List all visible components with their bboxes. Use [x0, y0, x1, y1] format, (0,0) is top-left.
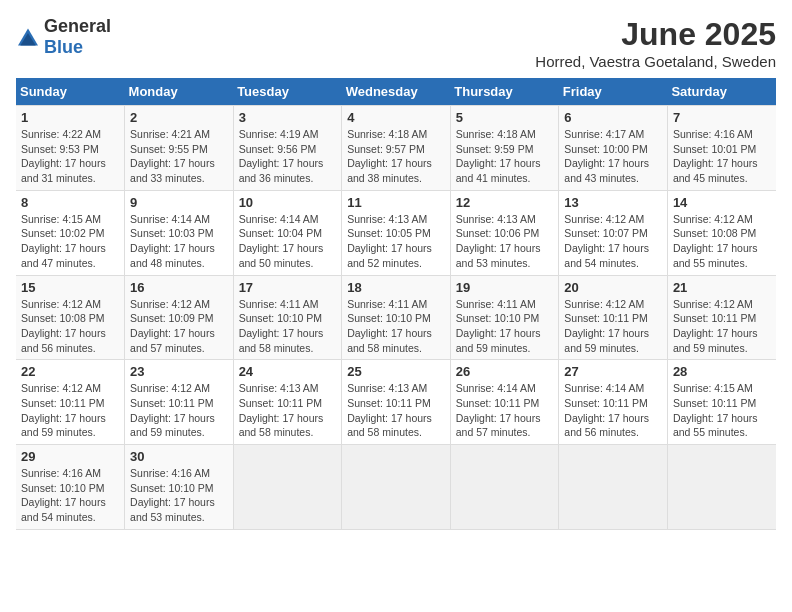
calendar-cell: 8Sunrise: 4:15 AM Sunset: 10:02 PM Dayli…	[16, 190, 125, 275]
day-detail: Sunrise: 4:15 AM Sunset: 10:02 PM Daylig…	[21, 213, 106, 269]
calendar-cell: 1Sunrise: 4:22 AM Sunset: 9:53 PM Daylig…	[16, 106, 125, 191]
weekday-header-row: SundayMondayTuesdayWednesdayThursdayFrid…	[16, 78, 776, 106]
day-detail: Sunrise: 4:11 AM Sunset: 10:10 PM Daylig…	[456, 298, 541, 354]
day-number: 11	[347, 195, 445, 210]
day-detail: Sunrise: 4:14 AM Sunset: 10:04 PM Daylig…	[239, 213, 324, 269]
weekday-header-cell: Friday	[559, 78, 668, 106]
day-detail: Sunrise: 4:16 AM Sunset: 10:01 PM Daylig…	[673, 128, 758, 184]
day-number: 9	[130, 195, 228, 210]
day-number: 2	[130, 110, 228, 125]
day-number: 16	[130, 280, 228, 295]
weekday-header-cell: Monday	[125, 78, 234, 106]
day-number: 28	[673, 364, 771, 379]
day-detail: Sunrise: 4:12 AM Sunset: 10:08 PM Daylig…	[21, 298, 106, 354]
title-area: June 2025 Horred, Vaestra Goetaland, Swe…	[535, 16, 776, 70]
calendar-cell: 19Sunrise: 4:11 AM Sunset: 10:10 PM Dayl…	[450, 275, 559, 360]
calendar-cell: 9Sunrise: 4:14 AM Sunset: 10:03 PM Dayli…	[125, 190, 234, 275]
subtitle: Horred, Vaestra Goetaland, Sweden	[535, 53, 776, 70]
calendar-week-row: 22Sunrise: 4:12 AM Sunset: 10:11 PM Dayl…	[16, 360, 776, 445]
day-detail: Sunrise: 4:15 AM Sunset: 10:11 PM Daylig…	[673, 382, 758, 438]
calendar-cell: 15Sunrise: 4:12 AM Sunset: 10:08 PM Dayl…	[16, 275, 125, 360]
day-number: 21	[673, 280, 771, 295]
calendar-cell	[667, 445, 776, 530]
calendar-cell: 30Sunrise: 4:16 AM Sunset: 10:10 PM Dayl…	[125, 445, 234, 530]
calendar-cell: 24Sunrise: 4:13 AM Sunset: 10:11 PM Dayl…	[233, 360, 342, 445]
day-number: 12	[456, 195, 554, 210]
day-detail: Sunrise: 4:18 AM Sunset: 9:59 PM Dayligh…	[456, 128, 541, 184]
calendar-cell: 4Sunrise: 4:18 AM Sunset: 9:57 PM Daylig…	[342, 106, 451, 191]
weekday-header-cell: Tuesday	[233, 78, 342, 106]
day-detail: Sunrise: 4:18 AM Sunset: 9:57 PM Dayligh…	[347, 128, 432, 184]
calendar-cell	[342, 445, 451, 530]
day-number: 19	[456, 280, 554, 295]
calendar-cell: 7Sunrise: 4:16 AM Sunset: 10:01 PM Dayli…	[667, 106, 776, 191]
day-detail: Sunrise: 4:11 AM Sunset: 10:10 PM Daylig…	[347, 298, 432, 354]
day-detail: Sunrise: 4:13 AM Sunset: 10:06 PM Daylig…	[456, 213, 541, 269]
day-detail: Sunrise: 4:12 AM Sunset: 10:08 PM Daylig…	[673, 213, 758, 269]
day-number: 17	[239, 280, 337, 295]
calendar-cell: 23Sunrise: 4:12 AM Sunset: 10:11 PM Dayl…	[125, 360, 234, 445]
day-detail: Sunrise: 4:14 AM Sunset: 10:11 PM Daylig…	[564, 382, 649, 438]
day-detail: Sunrise: 4:16 AM Sunset: 10:10 PM Daylig…	[130, 467, 215, 523]
calendar-cell: 25Sunrise: 4:13 AM Sunset: 10:11 PM Dayl…	[342, 360, 451, 445]
day-number: 5	[456, 110, 554, 125]
day-detail: Sunrise: 4:12 AM Sunset: 10:11 PM Daylig…	[673, 298, 758, 354]
day-detail: Sunrise: 4:16 AM Sunset: 10:10 PM Daylig…	[21, 467, 106, 523]
logo-text-blue: Blue	[44, 37, 83, 57]
calendar-cell: 3Sunrise: 4:19 AM Sunset: 9:56 PM Daylig…	[233, 106, 342, 191]
day-number: 27	[564, 364, 662, 379]
day-detail: Sunrise: 4:13 AM Sunset: 10:11 PM Daylig…	[239, 382, 324, 438]
weekday-header-cell: Saturday	[667, 78, 776, 106]
calendar-week-row: 8Sunrise: 4:15 AM Sunset: 10:02 PM Dayli…	[16, 190, 776, 275]
day-number: 3	[239, 110, 337, 125]
calendar-cell: 27Sunrise: 4:14 AM Sunset: 10:11 PM Dayl…	[559, 360, 668, 445]
day-detail: Sunrise: 4:11 AM Sunset: 10:10 PM Daylig…	[239, 298, 324, 354]
calendar-cell: 22Sunrise: 4:12 AM Sunset: 10:11 PM Dayl…	[16, 360, 125, 445]
calendar-cell	[233, 445, 342, 530]
day-number: 30	[130, 449, 228, 464]
day-number: 24	[239, 364, 337, 379]
calendar-cell: 29Sunrise: 4:16 AM Sunset: 10:10 PM Dayl…	[16, 445, 125, 530]
calendar-cell: 18Sunrise: 4:11 AM Sunset: 10:10 PM Dayl…	[342, 275, 451, 360]
day-detail: Sunrise: 4:14 AM Sunset: 10:11 PM Daylig…	[456, 382, 541, 438]
day-number: 20	[564, 280, 662, 295]
day-detail: Sunrise: 4:12 AM Sunset: 10:11 PM Daylig…	[564, 298, 649, 354]
day-number: 15	[21, 280, 119, 295]
weekday-header-cell: Wednesday	[342, 78, 451, 106]
day-number: 29	[21, 449, 119, 464]
header: General Blue June 2025 Horred, Vaestra G…	[16, 16, 776, 70]
day-number: 23	[130, 364, 228, 379]
day-detail: Sunrise: 4:17 AM Sunset: 10:00 PM Daylig…	[564, 128, 649, 184]
day-detail: Sunrise: 4:13 AM Sunset: 10:11 PM Daylig…	[347, 382, 432, 438]
day-number: 26	[456, 364, 554, 379]
day-detail: Sunrise: 4:13 AM Sunset: 10:05 PM Daylig…	[347, 213, 432, 269]
calendar-cell	[450, 445, 559, 530]
day-number: 1	[21, 110, 119, 125]
weekday-header-cell: Thursday	[450, 78, 559, 106]
calendar-cell: 10Sunrise: 4:14 AM Sunset: 10:04 PM Dayl…	[233, 190, 342, 275]
calendar-cell: 14Sunrise: 4:12 AM Sunset: 10:08 PM Dayl…	[667, 190, 776, 275]
day-detail: Sunrise: 4:12 AM Sunset: 10:11 PM Daylig…	[21, 382, 106, 438]
day-number: 18	[347, 280, 445, 295]
calendar-cell: 5Sunrise: 4:18 AM Sunset: 9:59 PM Daylig…	[450, 106, 559, 191]
calendar-cell: 12Sunrise: 4:13 AM Sunset: 10:06 PM Dayl…	[450, 190, 559, 275]
logo: General Blue	[16, 16, 111, 58]
calendar-cell: 20Sunrise: 4:12 AM Sunset: 10:11 PM Dayl…	[559, 275, 668, 360]
day-number: 4	[347, 110, 445, 125]
weekday-header-cell: Sunday	[16, 78, 125, 106]
day-number: 13	[564, 195, 662, 210]
calendar-cell: 13Sunrise: 4:12 AM Sunset: 10:07 PM Dayl…	[559, 190, 668, 275]
day-number: 14	[673, 195, 771, 210]
day-detail: Sunrise: 4:12 AM Sunset: 10:11 PM Daylig…	[130, 382, 215, 438]
day-detail: Sunrise: 4:22 AM Sunset: 9:53 PM Dayligh…	[21, 128, 106, 184]
day-number: 7	[673, 110, 771, 125]
day-detail: Sunrise: 4:12 AM Sunset: 10:09 PM Daylig…	[130, 298, 215, 354]
generalblue-logo-icon	[16, 27, 40, 47]
calendar-cell: 11Sunrise: 4:13 AM Sunset: 10:05 PM Dayl…	[342, 190, 451, 275]
day-detail: Sunrise: 4:21 AM Sunset: 9:55 PM Dayligh…	[130, 128, 215, 184]
day-number: 10	[239, 195, 337, 210]
day-detail: Sunrise: 4:14 AM Sunset: 10:03 PM Daylig…	[130, 213, 215, 269]
calendar-week-row: 1Sunrise: 4:22 AM Sunset: 9:53 PM Daylig…	[16, 106, 776, 191]
calendar-body: 1Sunrise: 4:22 AM Sunset: 9:53 PM Daylig…	[16, 106, 776, 530]
day-detail: Sunrise: 4:19 AM Sunset: 9:56 PM Dayligh…	[239, 128, 324, 184]
